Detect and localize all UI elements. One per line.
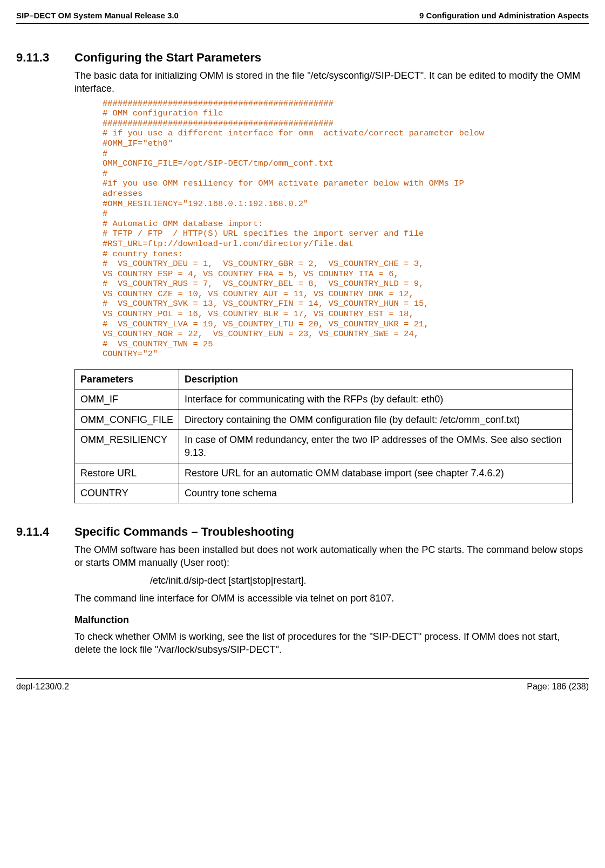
intro-paragraph: The basic data for initializing OMM is s…: [74, 69, 589, 95]
param-desc: Interface for communicating with the RFP…: [179, 389, 573, 409]
section-number: 9.11.3: [16, 51, 59, 65]
param-name: Restore URL: [75, 463, 179, 483]
footer-left: depl-1230/0.2: [16, 682, 69, 692]
param-desc: Directory containing the OMM configurati…: [179, 409, 573, 429]
table-row: OMM_CONFIG_FILEDirectory containing the …: [75, 409, 573, 429]
table-head-row: Parameters Description: [75, 370, 573, 389]
table-row: OMM_IFInterface for communicating with t…: [75, 389, 573, 409]
param-name: OMM_RESILIENCY: [75, 429, 179, 463]
table-row: OMM_RESILIENCYIn case of OMM redundancy,…: [75, 429, 573, 463]
section-9-11-3-head: 9.11.3 Configuring the Start Parameters: [16, 51, 589, 65]
param-desc: Country tone schema: [179, 483, 573, 503]
param-name: OMM_IF: [75, 389, 179, 409]
footer-right: Page: 186 (238): [527, 682, 589, 692]
section-title: Configuring the Start Parameters: [74, 51, 261, 65]
malfunction-p: To check whether OMM is working, see the…: [74, 630, 589, 657]
config-file-listing: ########################################…: [103, 99, 573, 359]
param-desc: In case of OMM redundancy, enter the two…: [179, 429, 573, 463]
malfunction-subhead: Malfunction: [74, 614, 589, 626]
section-number: 9.11.4: [16, 525, 59, 539]
command-line: /etc/init.d/sip-dect [start|stop|restart…: [150, 575, 589, 586]
troubleshoot-p2: The command line interface for OMM is ac…: [74, 592, 589, 605]
param-name: OMM_CONFIG_FILE: [75, 409, 179, 429]
header-right: 9 Configuration und Administration Aspec…: [419, 11, 589, 20]
page-footer: depl-1230/0.2 Page: 186 (238): [16, 678, 589, 692]
header-left: SIP–DECT OM System Manual Release 3.0: [16, 11, 179, 20]
th-parameters: Parameters: [75, 370, 179, 389]
param-name: COUNTRY: [75, 483, 179, 503]
troubleshoot-p1: The OMM software has been installed but …: [74, 543, 589, 570]
th-description: Description: [179, 370, 573, 389]
table-row: Restore URLRestore URL for an automatic …: [75, 463, 573, 483]
table-row: COUNTRYCountry tone schema: [75, 483, 573, 503]
section-title: Specific Commands – Troubleshooting: [74, 525, 294, 539]
section-9-11-4-head: 9.11.4 Specific Commands – Troubleshooti…: [16, 525, 589, 539]
page-header: SIP–DECT OM System Manual Release 3.0 9 …: [16, 11, 589, 24]
parameters-table: Parameters Description OMM_IFInterface f…: [74, 369, 573, 503]
param-desc: Restore URL for an automatic OMM databas…: [179, 463, 573, 483]
